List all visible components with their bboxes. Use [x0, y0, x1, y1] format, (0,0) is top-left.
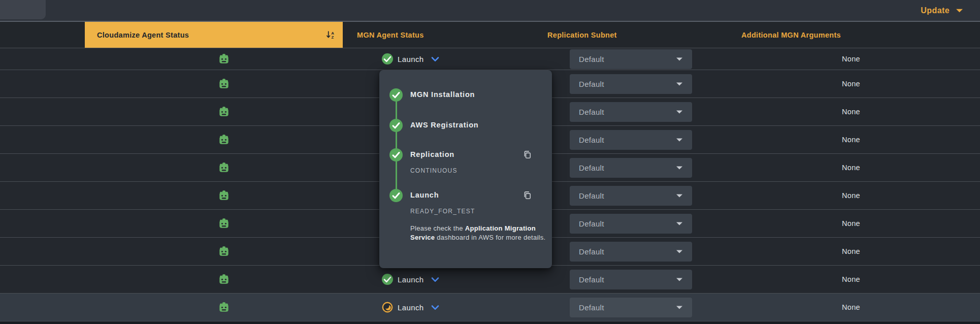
- cell-cloudamize-status: [85, 106, 343, 118]
- caret-down-icon: [676, 138, 682, 142]
- header-cell-cloudamize-status[interactable]: Cloudamize Agent Status A Z: [85, 22, 343, 48]
- copy-icon[interactable]: [523, 191, 532, 200]
- cell-replication-subnet: Default: [538, 242, 711, 262]
- cell-additional-args: None: [711, 136, 980, 144]
- header-cell-replication-subnet[interactable]: Replication Subnet: [538, 22, 711, 48]
- subnet-select[interactable]: Default: [570, 74, 692, 94]
- cell-cloudamize-status: [85, 245, 343, 257]
- step-success-icon: [389, 88, 403, 102]
- step-value: CONTINUOUS: [410, 167, 458, 174]
- caret-down-icon: [676, 278, 682, 281]
- status-success-icon: [382, 274, 393, 285]
- cell-additional-args: None: [711, 275, 980, 283]
- status-label: Launch: [398, 275, 424, 284]
- subnet-select-value: Default: [579, 164, 604, 172]
- header-label: MGN Agent Status: [357, 31, 424, 39]
- robot-icon: [217, 273, 231, 285]
- svg-text:Z: Z: [331, 35, 334, 39]
- caret-down-icon: [676, 110, 682, 114]
- sort-alpha-descending-icon[interactable]: A Z: [326, 30, 336, 39]
- cell-mgn-status: Launch: [343, 302, 538, 313]
- subnet-select[interactable]: Default: [570, 214, 692, 234]
- caret-down-icon: [676, 82, 682, 86]
- copy-icon[interactable]: [523, 150, 532, 159]
- cell-mgn-status: Launch: [343, 274, 538, 285]
- robot-icon: [217, 245, 231, 257]
- cell-replication-subnet: Default: [538, 298, 711, 317]
- subnet-select-value: Default: [579, 247, 604, 256]
- update-button[interactable]: Update: [921, 0, 963, 21]
- robot-icon: [217, 106, 231, 118]
- partial-tab: [0, 0, 46, 19]
- step-success-icon: [389, 119, 403, 132]
- top-bar: Update: [0, 0, 980, 22]
- args-value: None: [842, 247, 860, 255]
- cell-replication-subnet: Default: [538, 74, 711, 94]
- cell-replication-subnet: Default: [538, 214, 711, 234]
- caret-down-icon: [676, 222, 682, 225]
- header-label: Replication Subnet: [547, 31, 617, 39]
- update-label: Update: [921, 6, 950, 15]
- note-text: dashboard in AWS for more details.: [435, 234, 545, 241]
- step-connector-line: [396, 95, 397, 196]
- table-row: Launch Default None: [0, 293, 980, 321]
- mgn-status[interactable]: Launch: [382, 53, 439, 64]
- args-value: None: [842, 191, 860, 200]
- step-label: AWS Registration: [410, 121, 478, 129]
- robot-icon: [217, 134, 231, 146]
- subnet-select[interactable]: Default: [570, 158, 692, 178]
- subnet-select[interactable]: Default: [570, 186, 692, 206]
- chevron-down-icon[interactable]: [431, 305, 439, 310]
- mgn-status[interactable]: Launch: [382, 302, 439, 313]
- cell-replication-subnet: Default: [538, 102, 711, 122]
- header-cell-additional-mgn-arguments[interactable]: Additional MGN Arguments: [711, 22, 980, 48]
- cell-additional-args: None: [711, 219, 980, 228]
- caret-down-icon: [676, 250, 682, 253]
- args-value: None: [842, 303, 860, 311]
- cell-additional-args: None: [711, 55, 980, 63]
- cell-cloudamize-status: [85, 134, 343, 146]
- step-label: Replication: [410, 150, 454, 158]
- cell-additional-args: None: [711, 108, 980, 116]
- cell-cloudamize-status: [85, 53, 343, 65]
- subnet-select-value: Default: [579, 275, 604, 284]
- cell-replication-subnet: Default: [538, 49, 711, 69]
- chevron-down-icon: [956, 9, 963, 13]
- subnet-select[interactable]: Default: [570, 130, 692, 150]
- header-cell-empty: [0, 22, 85, 48]
- subnet-select-value: Default: [579, 55, 604, 63]
- step-success-icon: [389, 189, 403, 202]
- subnet-select-value: Default: [579, 80, 604, 88]
- step-success-icon: [389, 148, 403, 161]
- caret-down-icon: [676, 57, 682, 61]
- step-label: MGN Installation: [410, 90, 475, 99]
- status-in-progress-icon: [382, 302, 393, 313]
- cell-additional-args: None: [711, 164, 980, 172]
- chevron-down-icon[interactable]: [431, 56, 439, 62]
- args-value: None: [842, 80, 860, 88]
- subnet-select-value: Default: [579, 136, 604, 144]
- chevron-down-icon[interactable]: [431, 277, 439, 282]
- cell-additional-args: None: [711, 247, 980, 255]
- bottom-strip: [0, 321, 980, 324]
- robot-icon: [217, 161, 231, 174]
- robot-icon: [217, 53, 231, 65]
- table-row: Launch Default None: [0, 265, 980, 293]
- caret-down-icon: [676, 166, 682, 170]
- cell-replication-subnet: Default: [538, 186, 711, 206]
- subnet-select[interactable]: Default: [570, 270, 692, 289]
- args-value: None: [842, 219, 860, 228]
- table-header: Cloudamize Agent Status A Z MGN Agent St…: [0, 22, 980, 48]
- header-label: Additional MGN Arguments: [741, 31, 841, 39]
- subnet-select[interactable]: Default: [570, 298, 692, 317]
- header-label: Cloudamize Agent Status: [97, 31, 189, 39]
- subnet-select[interactable]: Default: [570, 102, 692, 122]
- status-label: Launch: [398, 303, 424, 312]
- header-cell-mgn-status[interactable]: MGN Agent Status: [343, 22, 538, 48]
- caret-down-icon: [676, 306, 682, 309]
- mgn-status[interactable]: Launch: [382, 274, 439, 285]
- cell-additional-args: None: [711, 303, 980, 311]
- subnet-select[interactable]: Default: [570, 242, 692, 262]
- cell-replication-subnet: Default: [538, 130, 711, 150]
- subnet-select[interactable]: Default: [570, 49, 692, 69]
